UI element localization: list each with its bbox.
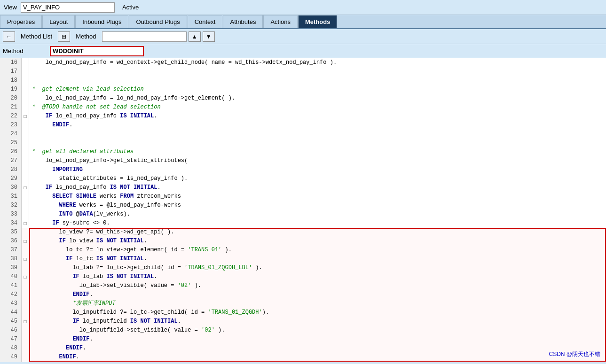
code-line-39: 39 lo_lab ?= lo_tc->get_child( id = 'TRA… [0, 263, 606, 272]
code-line-16: 16 lo_nd_nod_pay_info = wd_context->get_… [0, 58, 606, 67]
code-text-29: static_attributes = ls_nod_pay_info ). [29, 174, 606, 183]
code-line-47: 47 ENDIF. [0, 335, 606, 344]
code-text-47: ENDIF. [29, 335, 606, 344]
fold-indicator-49 [22, 353, 29, 362]
method-search-input[interactable] [102, 31, 187, 42]
back-button[interactable]: ← [3, 31, 15, 42]
code-text-25 [29, 139, 606, 147]
code-text-46: lo_inputfield->set_visible( value = '02'… [29, 326, 606, 335]
code-text-43: *发票汇率INPUT [29, 299, 606, 308]
code-line-38: 38□ IF lo_tc IS NOT INITIAL. [0, 255, 606, 263]
fold-indicator-45[interactable]: □ [22, 317, 29, 326]
code-text-18 [29, 76, 606, 85]
code-line-46: 46 lo_inputfield->set_visible( value = '… [0, 326, 606, 335]
code-text-24 [29, 130, 606, 139]
status-badge: Active [122, 4, 139, 11]
fold-indicator-28 [22, 165, 29, 174]
down-button[interactable]: ▼ [203, 31, 215, 42]
code-line-37: 37 lo_tc ?= lo_view->get_element( id = '… [0, 246, 606, 255]
code-line-21: 21* @TODO handle not set lead selection [0, 103, 606, 112]
fold-indicator-48 [22, 344, 29, 353]
code-line-29: 29 static_attributes = ls_nod_pay_info )… [0, 174, 606, 183]
fold-indicator-39 [22, 263, 29, 272]
code-text-30: IF ls_nod_pay_info IS NOT INITIAL. [29, 183, 606, 192]
view-input[interactable] [21, 2, 115, 13]
code-line-49: 49 ENDIF. [0, 353, 606, 362]
fold-indicator-35 [22, 228, 29, 237]
fold-indicator-42 [22, 290, 29, 299]
code-text-37: lo_tc ?= lo_view->get_element( id = 'TRA… [29, 246, 606, 255]
fold-indicator-41 [22, 281, 29, 290]
code-line-42: 42 ENDIF. [0, 290, 606, 299]
fold-indicator-37 [22, 246, 29, 255]
code-line-32: 32 WHERE werks = @ls_nod_pay_info-werks [0, 201, 606, 210]
view-label: View [4, 4, 17, 11]
code-text-26: * get all declared attributes [29, 147, 606, 156]
tab-methods[interactable]: Methods [298, 15, 337, 28]
method-label: Method [72, 33, 100, 40]
code-line-45: 45□ IF lo_inputfield IS NOT INITIAL. [0, 317, 606, 326]
code-line-30: 30□ IF ls_nod_pay_info IS NOT INITIAL. [0, 183, 606, 192]
fold-indicator-33 [22, 210, 29, 219]
code-text-49: ENDIF. [29, 353, 606, 362]
code-text-34: IF sy-subrc <> 0. [29, 219, 606, 228]
method-value-input[interactable] [50, 46, 144, 56]
code-text-19: * get element via lead selection [29, 85, 606, 94]
tab-actions[interactable]: Actions [263, 15, 298, 28]
code-text-23: ENDIF. [29, 121, 606, 130]
code-text-20: lo_el_nod_pay_info = lo_nd_nod_pay_info-… [29, 94, 606, 103]
fold-indicator-18 [22, 76, 29, 85]
fold-indicator-47 [22, 335, 29, 344]
code-text-45: IF lo_inputfield IS NOT INITIAL. [29, 317, 606, 326]
code-line-24: 24 [0, 130, 606, 139]
code-text-28: IMPORTING [29, 165, 606, 174]
code-text-39: lo_lab ?= lo_tc->get_child( id = 'TRANS_… [29, 263, 606, 272]
tab-inbound-plugs[interactable]: Inbound Plugs [75, 15, 128, 28]
code-line-17: 17 [0, 67, 606, 76]
fold-indicator-29 [22, 174, 29, 183]
fold-indicator-22[interactable]: □ [22, 112, 29, 121]
tab-attributes[interactable]: Attributes [223, 15, 263, 28]
code-text-38: IF lo_tc IS NOT INITIAL. [29, 255, 606, 263]
code-line-23: 23 ENDIF. [0, 121, 606, 130]
code-text-17 [29, 67, 606, 76]
method-row-label: Method [3, 47, 50, 54]
fold-indicator-27 [22, 156, 29, 165]
code-line-44: 44 lo_inputfield ?= lo_tc->get_child( id… [0, 308, 606, 317]
code-line-26: 26* get all declared attributes [0, 147, 606, 156]
fold-indicator-23 [22, 121, 29, 130]
fold-indicator-24 [22, 130, 29, 139]
tab-outbound-plugs[interactable]: Outbound Plugs [129, 15, 187, 28]
fold-indicator-20 [22, 94, 29, 103]
code-line-35: 35 lo_view ?= wd_this->wd_get_api( ). [0, 228, 606, 237]
code-line-34: 34□ IF sy-subrc <> 0. [0, 219, 606, 228]
code-line-41: 41 lo_lab->set_visible( value = '02' ). [0, 281, 606, 290]
fold-indicator-32 [22, 201, 29, 210]
code-text-31: SELECT SINGLE werks FROM ztrecon_werks [29, 192, 606, 201]
fold-indicator-25 [22, 139, 29, 147]
code-line-43: 43 *发票汇率INPUT [0, 299, 606, 308]
code-text-41: lo_lab->set_visible( value = '02' ). [29, 281, 606, 290]
tab-bar: Properties Layout Inbound Plugs Outbound… [0, 15, 606, 29]
fold-indicator-40[interactable]: □ [22, 272, 29, 281]
icon-button[interactable]: ⊞ [58, 31, 70, 42]
tab-layout[interactable]: Layout [42, 15, 75, 28]
fold-indicator-36[interactable]: □ [22, 237, 29, 246]
code-line-19: 19* get element via lead selection [0, 85, 606, 94]
code-text-33: INTO @DATA(lv_werks). [29, 210, 606, 219]
code-text-16: lo_nd_nod_pay_info = wd_context->get_chi… [29, 58, 606, 67]
code-text-48: ENDIF. [29, 344, 606, 353]
up-button[interactable]: ▲ [189, 31, 201, 42]
code-line-28: 28 IMPORTING [0, 165, 606, 174]
code-line-18: 18 [0, 76, 606, 85]
code-area: 16 lo_nd_nod_pay_info = wd_context->get_… [0, 58, 606, 362]
fold-indicator-30[interactable]: □ [22, 183, 29, 192]
code-line-40: 40□ IF lo_lab IS NOT INITIAL. [0, 272, 606, 281]
tab-context[interactable]: Context [188, 15, 223, 28]
tab-properties[interactable]: Properties [0, 15, 42, 28]
fold-indicator-34[interactable]: □ [22, 219, 29, 228]
code-line-48: 48 ENDIF. [0, 344, 606, 353]
code-text-40: IF lo_lab IS NOT INITIAL. [29, 272, 606, 281]
fold-indicator-38[interactable]: □ [22, 255, 29, 263]
watermark: CSDN @阴天也不错 [549, 350, 600, 358]
